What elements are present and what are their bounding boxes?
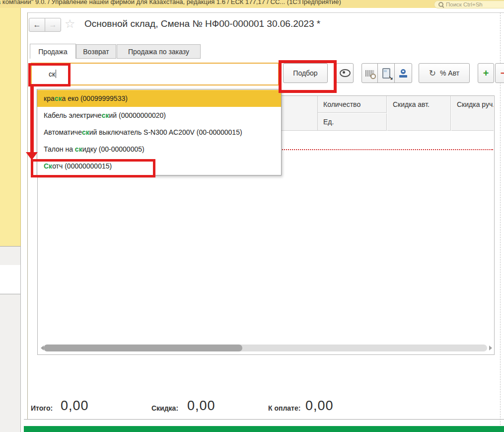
text-caret	[56, 70, 56, 78]
suggestion-text: отч (00000000015)	[52, 162, 112, 170]
suggestion-text: ий выключатель S-N300 AC200V (00-0000001…	[89, 128, 242, 136]
suggestion-match: ск	[75, 145, 82, 153]
pick-button[interactable]: Подбор	[283, 63, 328, 83]
suggestion-match: ск	[102, 111, 109, 119]
scrollbar-right-arrow[interactable]	[489, 346, 495, 350]
view-button[interactable]	[336, 63, 354, 83]
forward-button[interactable]: →	[45, 18, 61, 32]
column-header-discount-auto[interactable]: Скидка авт.	[387, 96, 451, 131]
refresh-icon: ↻	[429, 68, 436, 79]
column-header-unit[interactable]: Ед.	[318, 113, 387, 131]
forward-arrow-icon: →	[49, 20, 57, 29]
discount-label: Скидка:	[151, 404, 178, 412]
suggestion-text: ий (00000000020)	[109, 111, 166, 119]
total-value: 0,00	[61, 398, 89, 414]
scales-button[interactable]	[394, 63, 412, 83]
product-search-value: ск	[49, 70, 56, 78]
terminal-icon	[382, 68, 390, 79]
suggestion-text: Кабель электриче	[44, 111, 102, 119]
panel-bottom-border	[24, 419, 504, 420]
suggestion-match: ск	[55, 94, 62, 102]
suggestion-item[interactable]: Талон на скидку (00-00000005)	[37, 141, 281, 158]
horizontal-scrollbar-thumb[interactable]	[44, 345, 242, 351]
global-search-placeholder: Поиск Ctrl+Sh	[446, 1, 483, 7]
column-header-label: Скидка авт.	[393, 100, 430, 108]
suggestion-text: идку (00-00000005)	[82, 145, 144, 153]
search-icon	[438, 1, 444, 7]
window-title: а компании" 9.0. / Управление нашей фирм…	[0, 0, 341, 5]
app-window: а компании" 9.0. / Управление нашей фирм…	[0, 0, 504, 432]
suggestion-item[interactable]: Кабель электрический (00000000020)	[37, 107, 281, 124]
left-panel-section-3	[0, 294, 21, 432]
suggestion-match: Ск	[44, 162, 52, 170]
suggestion-item-skotch[interactable]: Скотч (00000000015)	[37, 158, 281, 174]
suggestion-text: а еко (00099999533)	[62, 94, 128, 102]
column-header-label: Количество	[323, 100, 360, 108]
panel-top-border	[27, 12, 504, 13]
back-arrow-icon: ←	[33, 20, 41, 29]
tab-label: Продажа	[38, 48, 67, 56]
suggestion-item[interactable]: краска еко (00099999533)	[37, 90, 281, 107]
to-pay-value: 0,00	[305, 398, 334, 414]
pick-button-label: Подбор	[293, 69, 317, 77]
barcode-search-button[interactable]	[361, 63, 378, 83]
tab-prodazha[interactable]: Продажа	[30, 44, 76, 59]
annotation-arrow-shaft	[30, 86, 34, 152]
minus-icon: −	[501, 68, 504, 79]
to-pay-label: К оплате:	[268, 404, 300, 412]
discount-value: 0,00	[187, 398, 216, 414]
left-panel-section-1[interactable]	[0, 246, 21, 265]
product-search-input[interactable]: ск	[31, 63, 279, 86]
remove-row-button[interactable]: −	[495, 63, 504, 83]
tab-label: Продажа по заказу	[128, 48, 189, 56]
tab-vozvrat[interactable]: Возврат	[76, 44, 116, 59]
scrollbar-left-arrow[interactable]	[38, 346, 44, 350]
barcode-icon	[365, 70, 374, 77]
tab-prodazha-po-zakazu[interactable]: Продажа по заказу	[117, 44, 201, 59]
suggestion-item[interactable]: Автоматический выключатель S-N300 AC200V…	[37, 124, 281, 141]
suggestion-text: Талон на	[44, 145, 75, 153]
column-header-label: Скидка руч.	[457, 100, 494, 108]
column-header-discount-manual[interactable]: Скидка руч.	[451, 96, 494, 131]
back-button[interactable]: ←	[29, 18, 45, 32]
scales-icon	[399, 69, 408, 78]
plus-icon: +	[483, 68, 489, 79]
tab-label: Возврат	[83, 48, 109, 56]
suggestion-text: кра	[44, 94, 55, 102]
eye-icon	[340, 69, 351, 77]
global-search-box[interactable]: Поиск Ctrl+Sh	[434, 0, 504, 8]
page-title: Основной склад, Смена № НФ00-000001 30.0…	[84, 18, 320, 29]
column-header-label: Ед.	[323, 118, 334, 126]
total-label: Итого:	[31, 404, 53, 412]
window-titlebar: а компании" 9.0. / Управление нашей фирм…	[0, 0, 504, 8]
bottom-status-bar	[24, 426, 504, 432]
data-terminal-button[interactable]	[377, 63, 395, 83]
column-header-quantity[interactable]: Количество	[318, 96, 387, 113]
panel-left-border	[27, 12, 28, 419]
left-panel-yellow	[0, 8, 21, 246]
suggestion-match: ск	[82, 128, 89, 136]
suggestion-text: Автоматиче	[44, 128, 82, 136]
auto-discount-button[interactable]: ↻ % Авт	[419, 63, 470, 83]
left-panel-section-2[interactable]	[0, 265, 21, 294]
favorite-star-icon[interactable]: ☆	[65, 18, 75, 30]
suggestion-dropdown: краска еко (00099999533) Кабель электрич…	[37, 89, 282, 175]
auto-discount-label: % Авт	[440, 69, 459, 77]
add-row-button[interactable]: +	[478, 63, 494, 83]
